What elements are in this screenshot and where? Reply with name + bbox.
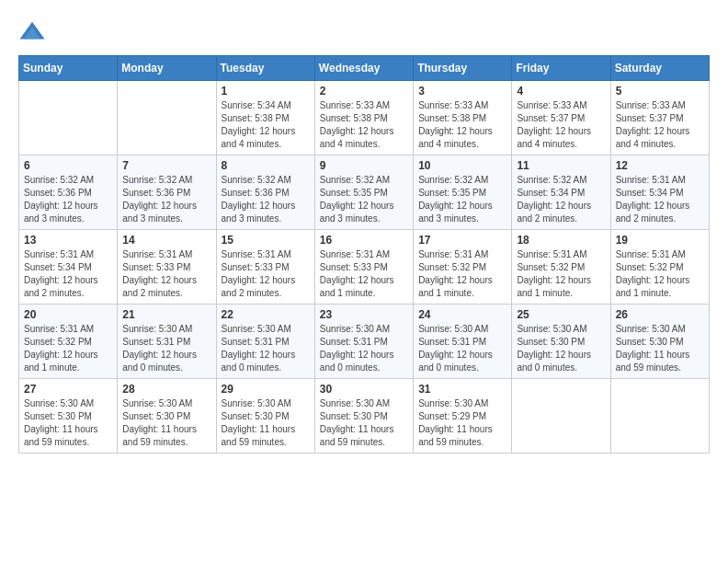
day-info: Sunrise: 5:30 AM Sunset: 5:29 PM Dayligh… [418, 397, 506, 449]
weekday-wednesday: Wednesday [314, 56, 413, 81]
day-number: 8 [222, 159, 310, 172]
calendar-header: SundayMondayTuesdayWednesdayThursdayFrid… [19, 56, 710, 81]
day-info: Sunrise: 5:30 AM Sunset: 5:30 PM Dayligh… [517, 323, 605, 374]
day-number: 25 [517, 308, 605, 321]
calendar-cell: 26Sunrise: 5:30 AM Sunset: 5:30 PM Dayli… [610, 304, 709, 379]
day-info: Sunrise: 5:32 AM Sunset: 5:36 PM Dayligh… [122, 174, 210, 225]
calendar-cell: 21Sunrise: 5:30 AM Sunset: 5:31 PM Dayli… [118, 304, 216, 379]
day-number: 24 [418, 308, 506, 321]
day-number: 16 [320, 234, 408, 247]
day-number: 13 [24, 234, 112, 247]
calendar-cell: 15Sunrise: 5:31 AM Sunset: 5:33 PM Dayli… [216, 230, 314, 304]
day-number: 21 [122, 308, 210, 321]
day-info: Sunrise: 5:30 AM Sunset: 5:31 PM Dayligh… [222, 323, 310, 374]
calendar-cell: 23Sunrise: 5:30 AM Sunset: 5:31 PM Dayli… [314, 304, 413, 379]
day-info: Sunrise: 5:32 AM Sunset: 5:35 PM Dayligh… [320, 174, 408, 225]
day-number: 29 [222, 383, 310, 396]
day-info: Sunrise: 5:30 AM Sunset: 5:30 PM Dayligh… [320, 397, 408, 449]
calendar-cell: 13Sunrise: 5:31 AM Sunset: 5:34 PM Dayli… [19, 230, 118, 304]
calendar-cell: 3Sunrise: 5:33 AM Sunset: 5:38 PM Daylig… [414, 81, 512, 155]
calendar-cell: 8Sunrise: 5:32 AM Sunset: 5:36 PM Daylig… [216, 155, 314, 230]
calendar-cell [118, 81, 216, 155]
calendar-cell: 1Sunrise: 5:34 AM Sunset: 5:38 PM Daylig… [216, 81, 314, 155]
calendar-cell: 11Sunrise: 5:32 AM Sunset: 5:34 PM Dayli… [512, 155, 610, 230]
calendar-week-1: 1Sunrise: 5:34 AM Sunset: 5:38 PM Daylig… [19, 81, 710, 155]
day-number: 15 [222, 234, 310, 247]
day-number: 5 [616, 85, 704, 98]
calendar-week-5: 27Sunrise: 5:30 AM Sunset: 5:30 PM Dayli… [19, 379, 710, 454]
day-info: Sunrise: 5:30 AM Sunset: 5:31 PM Dayligh… [320, 323, 408, 374]
day-number: 23 [320, 308, 408, 321]
day-info: Sunrise: 5:32 AM Sunset: 5:36 PM Dayligh… [222, 174, 310, 225]
day-info: Sunrise: 5:33 AM Sunset: 5:37 PM Dayligh… [616, 99, 704, 151]
calendar-cell: 12Sunrise: 5:31 AM Sunset: 5:34 PM Dayli… [610, 155, 709, 230]
day-number: 12 [616, 159, 704, 172]
calendar-week-2: 6Sunrise: 5:32 AM Sunset: 5:36 PM Daylig… [19, 155, 710, 230]
day-number: 7 [122, 159, 210, 172]
day-info: Sunrise: 5:34 AM Sunset: 5:38 PM Dayligh… [222, 99, 310, 151]
day-info: Sunrise: 5:31 AM Sunset: 5:32 PM Dayligh… [24, 323, 112, 374]
day-info: Sunrise: 5:31 AM Sunset: 5:34 PM Dayligh… [24, 248, 112, 300]
page-header [18, 18, 710, 46]
day-info: Sunrise: 5:30 AM Sunset: 5:30 PM Dayligh… [222, 397, 310, 449]
day-info: Sunrise: 5:33 AM Sunset: 5:38 PM Dayligh… [320, 99, 408, 151]
calendar-week-3: 13Sunrise: 5:31 AM Sunset: 5:34 PM Dayli… [19, 230, 710, 304]
calendar-cell: 30Sunrise: 5:30 AM Sunset: 5:30 PM Dayli… [314, 379, 413, 454]
calendar-cell: 4Sunrise: 5:33 AM Sunset: 5:37 PM Daylig… [512, 81, 610, 155]
calendar-cell: 24Sunrise: 5:30 AM Sunset: 5:31 PM Dayli… [414, 304, 512, 379]
day-info: Sunrise: 5:31 AM Sunset: 5:34 PM Dayligh… [616, 174, 704, 225]
day-info: Sunrise: 5:31 AM Sunset: 5:33 PM Dayligh… [320, 248, 408, 300]
calendar-cell [19, 81, 118, 155]
day-number: 4 [517, 85, 605, 98]
day-number: 22 [222, 308, 310, 321]
day-number: 10 [418, 159, 506, 172]
weekday-saturday: Saturday [610, 56, 709, 81]
day-info: Sunrise: 5:30 AM Sunset: 5:30 PM Dayligh… [616, 323, 704, 374]
day-number: 1 [222, 85, 310, 98]
day-info: Sunrise: 5:32 AM Sunset: 5:35 PM Dayligh… [418, 174, 506, 225]
day-number: 3 [418, 85, 506, 98]
calendar-cell: 16Sunrise: 5:31 AM Sunset: 5:33 PM Dayli… [314, 230, 413, 304]
day-number: 27 [24, 383, 112, 396]
calendar-cell: 31Sunrise: 5:30 AM Sunset: 5:29 PM Dayli… [414, 379, 512, 454]
day-number: 2 [320, 85, 408, 98]
day-info: Sunrise: 5:31 AM Sunset: 5:32 PM Dayligh… [616, 248, 704, 300]
weekday-sunday: Sunday [19, 56, 118, 81]
day-info: Sunrise: 5:33 AM Sunset: 5:37 PM Dayligh… [517, 99, 605, 151]
weekday-header-row: SundayMondayTuesdayWednesdayThursdayFrid… [19, 56, 710, 81]
day-number: 18 [517, 234, 605, 247]
day-info: Sunrise: 5:30 AM Sunset: 5:31 PM Dayligh… [418, 323, 506, 374]
calendar-cell [512, 379, 610, 454]
calendar-cell: 28Sunrise: 5:30 AM Sunset: 5:30 PM Dayli… [118, 379, 216, 454]
day-number: 31 [418, 383, 506, 396]
calendar-cell: 17Sunrise: 5:31 AM Sunset: 5:32 PM Dayli… [414, 230, 512, 304]
weekday-tuesday: Tuesday [216, 56, 314, 81]
logo-icon [18, 18, 46, 46]
calendar-cell [610, 379, 709, 454]
day-info: Sunrise: 5:31 AM Sunset: 5:33 PM Dayligh… [222, 248, 310, 300]
day-info: Sunrise: 5:30 AM Sunset: 5:30 PM Dayligh… [24, 397, 112, 449]
weekday-monday: Monday [118, 56, 216, 81]
calendar-cell: 2Sunrise: 5:33 AM Sunset: 5:38 PM Daylig… [314, 81, 413, 155]
calendar-cell: 14Sunrise: 5:31 AM Sunset: 5:33 PM Dayli… [118, 230, 216, 304]
logo [18, 18, 50, 46]
weekday-thursday: Thursday [414, 56, 512, 81]
calendar-cell: 22Sunrise: 5:30 AM Sunset: 5:31 PM Dayli… [216, 304, 314, 379]
calendar-cell: 18Sunrise: 5:31 AM Sunset: 5:32 PM Dayli… [512, 230, 610, 304]
day-number: 9 [320, 159, 408, 172]
calendar-cell: 5Sunrise: 5:33 AM Sunset: 5:37 PM Daylig… [610, 81, 709, 155]
day-info: Sunrise: 5:31 AM Sunset: 5:32 PM Dayligh… [517, 248, 605, 300]
calendar-cell: 20Sunrise: 5:31 AM Sunset: 5:32 PM Dayli… [19, 304, 118, 379]
day-number: 6 [24, 159, 112, 172]
day-info: Sunrise: 5:31 AM Sunset: 5:33 PM Dayligh… [122, 248, 210, 300]
calendar-cell: 27Sunrise: 5:30 AM Sunset: 5:30 PM Dayli… [19, 379, 118, 454]
calendar-cell: 10Sunrise: 5:32 AM Sunset: 5:35 PM Dayli… [414, 155, 512, 230]
calendar-cell: 29Sunrise: 5:30 AM Sunset: 5:30 PM Dayli… [216, 379, 314, 454]
calendar-cell: 19Sunrise: 5:31 AM Sunset: 5:32 PM Dayli… [610, 230, 709, 304]
day-info: Sunrise: 5:33 AM Sunset: 5:38 PM Dayligh… [418, 99, 506, 151]
day-info: Sunrise: 5:30 AM Sunset: 5:30 PM Dayligh… [122, 397, 210, 449]
calendar-cell: 6Sunrise: 5:32 AM Sunset: 5:36 PM Daylig… [19, 155, 118, 230]
calendar-cell: 9Sunrise: 5:32 AM Sunset: 5:35 PM Daylig… [314, 155, 413, 230]
day-number: 14 [122, 234, 210, 247]
day-number: 11 [517, 159, 605, 172]
